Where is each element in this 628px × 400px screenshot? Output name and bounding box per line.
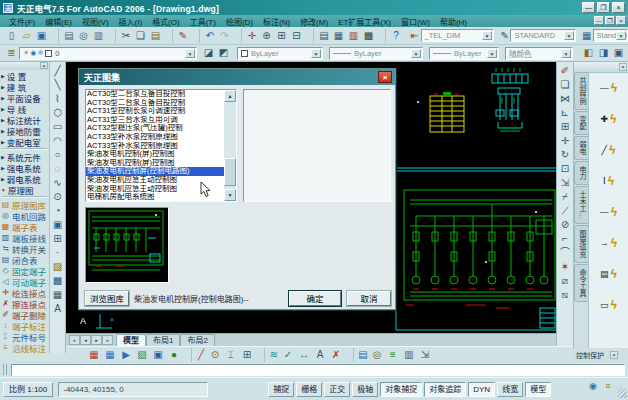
status-toggle-button[interactable]: 捕捉 — [268, 382, 294, 397]
palette-header[interactable]: × — [574, 62, 628, 72]
circle-icon[interactable]: ○ — [51, 148, 65, 162]
menu-group-item[interactable]: ▶建 筑 — [0, 81, 49, 92]
symbol-switch-2[interactable]: ✚ϟ — [594, 108, 624, 130]
text-style-icon[interactable]: ✎ — [499, 29, 511, 43]
erase-icon[interactable]: ✐ — [558, 64, 572, 78]
scale-indicator[interactable]: 比例 1:100 — [3, 382, 53, 397]
list-item[interactable]: ACT31型控制长泵可调速控制 — [86, 107, 225, 116]
menu-group-item[interactable]: ▶标注统计 — [0, 114, 49, 125]
make-block-icon[interactable]: ⊞ — [51, 232, 65, 246]
plot-preview-icon[interactable]: ◎ — [76, 29, 91, 43]
menu-command-item[interactable]: ▤原理图库 — [0, 199, 49, 210]
list-scrollbar[interactable]: ▲ ▼ — [224, 90, 236, 201]
help-icon[interactable]: ? — [385, 29, 403, 43]
lineweight-combo[interactable]: ByLayer▼ — [429, 47, 499, 60]
list-item[interactable]: ACT31型三台水泵互用可调 — [86, 116, 225, 125]
tz-match-icon[interactable]: ◨ — [596, 46, 611, 60]
scroll-down-icon[interactable]: ▼ — [224, 189, 236, 201]
table-style-combo[interactable]: Standard▼ — [593, 29, 628, 42]
menu-command-item[interactable]: ≡沿线标注 — [0, 342, 49, 353]
ok-button[interactable]: 确定 — [289, 291, 341, 306]
atlas-list[interactable]: ACT30型二台泵互备自投控制ACT30型二台泵互备自投控制ACT31型控制长泵… — [85, 89, 237, 202]
menu-item[interactable]: 编辑(E) — [40, 16, 77, 27]
scrollbar-thumb[interactable] — [224, 158, 236, 186]
list-item[interactable]: 柴油发电机控制(屏)控制图 — [86, 159, 225, 168]
block-tool-icon[interactable]: ⧄ — [558, 274, 572, 288]
menu-group-item[interactable]: ▶强电系统 — [0, 162, 49, 173]
palette-tab[interactable]: 弱电 — [574, 136, 588, 160]
tz-text-icon[interactable]: A — [312, 348, 328, 362]
chevron-down-icon[interactable]: ▼ — [564, 31, 574, 40]
arc-icon[interactable]: ◠ — [51, 134, 65, 148]
menu-command-item[interactable]: ◎电机回路 — [0, 210, 49, 221]
tz-palette-icon[interactable]: ▦ — [86, 348, 102, 362]
menu-item[interactable]: 文件(F) — [4, 16, 40, 27]
command-input[interactable] — [11, 364, 625, 376]
linetype-combo[interactable]: ByLayer▼ — [329, 47, 423, 60]
tab-nav-icon[interactable]: ▸ — [91, 335, 102, 345]
menu-item[interactable]: 工具(T) — [185, 16, 221, 27]
menu-command-item[interactable]: ⌶元件标号 — [0, 331, 49, 342]
menu-item[interactable]: 插入(I) — [114, 16, 148, 27]
scroll-up-icon[interactable]: ▲ — [224, 90, 236, 102]
insert-block-icon[interactable]: ▣ — [51, 218, 65, 232]
symbol-relay[interactable]: ▤ϟ — [594, 263, 624, 285]
hatch-icon[interactable]: ▨ — [51, 260, 65, 274]
undo-icon[interactable]: ↶ — [199, 29, 217, 43]
layout-tab[interactable]: 模型 — [116, 334, 146, 346]
menu-item[interactable]: 格式(O) — [147, 16, 185, 27]
menu-command-item[interactable]: ◇固定端子 — [0, 265, 49, 276]
menu-command-item[interactable]: ⁞端子标注 — [0, 320, 49, 331]
menu-command-item[interactable]: ≒转换开关 — [0, 243, 49, 254]
dim-style-icon[interactable]: ⇤ — [409, 29, 421, 43]
menu-item[interactable]: 窗口(W) — [396, 16, 435, 27]
status-toggle-button[interactable]: 栅格 — [296, 382, 322, 397]
screen-menu-header[interactable]: × — [0, 62, 49, 70]
close-button[interactable]: × — [612, 2, 625, 13]
menu-command-item[interactable]: ▦端子表 — [0, 221, 49, 232]
layer-previous-icon[interactable]: ◩ — [216, 46, 231, 60]
tz-erase2-icon[interactable]: ✗ — [328, 348, 344, 362]
menu-command-item[interactable]: ▤闭合表 — [0, 254, 49, 265]
symbol-contactor[interactable]: —ϟ — [594, 201, 624, 223]
cancel-button[interactable]: 取消 — [347, 291, 391, 306]
tz-export-icon[interactable]: ⇲ — [417, 348, 433, 362]
tz-panel-icon[interactable]: ▥ — [401, 348, 417, 362]
revcloud-icon[interactable]: ◌ — [51, 162, 65, 176]
save-icon[interactable]: ▣ — [34, 29, 49, 43]
list-item[interactable]: ACT33型补水泵控制原理图 — [86, 142, 225, 151]
list-item[interactable]: ACT30型二台泵互备自投控制 — [86, 99, 225, 108]
properties-icon[interactable]: ▤ — [313, 29, 331, 43]
array-icon[interactable]: ⊞ — [558, 120, 572, 134]
calculator-icon[interactable]: ▩ — [361, 29, 376, 43]
rectangle-icon[interactable]: ▭ — [51, 120, 65, 134]
cut-icon[interactable]: ✂ — [115, 29, 133, 43]
gradient-icon[interactable]: ▩ — [51, 274, 65, 288]
toolbar-grip[interactable] — [3, 364, 7, 375]
open-file-icon[interactable]: ▱ — [19, 29, 34, 43]
symbol-switch-1[interactable]: —ϟ — [594, 77, 624, 99]
symbol-breaker-2[interactable]: Ⅰϟ — [594, 170, 624, 192]
menu-group-item[interactable]: ▶导 线 — [0, 103, 49, 114]
chevron-down-icon[interactable]: ▼ — [487, 49, 497, 58]
line-icon[interactable]: ╱ — [51, 64, 65, 78]
palette-tab[interactable]: 变配 — [574, 111, 588, 135]
pan-icon[interactable]: ✛ — [241, 29, 259, 43]
status-toggle-button[interactable]: 极轴 — [352, 382, 378, 397]
toolbar-lock-icon[interactable]: ¤ — [602, 380, 614, 392]
move-icon[interactable]: ✛ — [558, 134, 572, 148]
point-icon[interactable]: · — [51, 246, 65, 260]
palette-tab[interactable]: 图案填充 — [574, 225, 588, 263]
chevron-down-icon[interactable]: ▼ — [561, 49, 571, 58]
symbol-box[interactable]: ▭ϟ — [594, 294, 624, 316]
designcenter-icon[interactable]: ▦ — [331, 29, 346, 43]
stretch-icon[interactable]: ⇲ — [558, 176, 572, 190]
list-item[interactable]: ACT33型补水泵控制原理图 — [86, 133, 225, 142]
ellipse-arc-icon[interactable]: ◔ — [51, 204, 65, 218]
tz-pick-icon[interactable]: ▶ — [118, 348, 134, 362]
spline-icon[interactable]: ∿ — [51, 176, 65, 190]
polyline-icon[interactable]: ⌇ — [51, 92, 65, 106]
close-icon[interactable]: × — [40, 62, 48, 69]
status-toggle-button[interactable]: 对象捕捉 — [380, 382, 422, 397]
plot-style-combo[interactable]: 随颜色▼ — [505, 47, 573, 60]
